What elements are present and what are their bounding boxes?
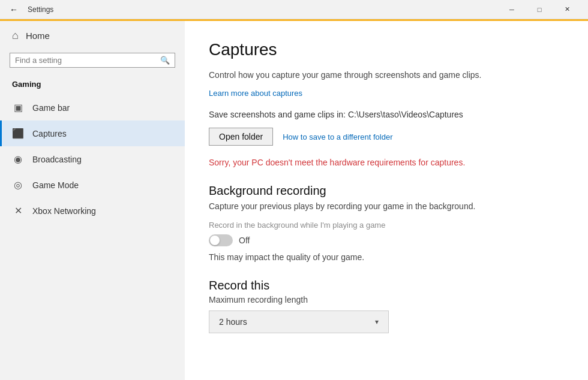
- save-path-text: Save screenshots and game clips in: C:\U…: [209, 110, 564, 119]
- save-different-link[interactable]: How to save to a different folder: [283, 132, 392, 141]
- search-box[interactable]: 🔍: [10, 53, 175, 68]
- close-button[interactable]: ✕: [553, 0, 581, 19]
- toggle-state-label: Off: [239, 236, 250, 245]
- toggle-row: Off: [209, 234, 564, 246]
- titlebar-title: Settings: [28, 5, 498, 14]
- dropdown-value: 2 hours: [219, 317, 247, 327]
- captures-icon: ⬛: [12, 128, 24, 139]
- toggle-knob: [210, 236, 220, 245]
- xbox-networking-icon: ✕: [12, 205, 24, 216]
- sidebar-item-label-xbox-networking: Xbox Networking: [32, 206, 96, 216]
- minimize-button[interactable]: ─: [498, 0, 526, 19]
- sidebar-item-game-mode[interactable]: ◎ Game Mode: [0, 172, 185, 198]
- search-input[interactable]: [15, 56, 160, 65]
- impact-note: This may impact the quality of your game…: [209, 252, 564, 262]
- max-length-label: Maximum recording length: [209, 295, 564, 304]
- app-container: ⌂ Home 🔍 Gaming ▣ Game bar ⬛ Captures ◉ …: [0, 21, 588, 380]
- game-bar-icon: ▣: [12, 102, 24, 113]
- open-folder-button[interactable]: Open folder: [209, 128, 273, 146]
- sidebar-item-label-captures: Captures: [32, 129, 67, 138]
- sidebar-item-label-game-mode: Game Mode: [32, 180, 79, 190]
- sidebar-item-broadcasting[interactable]: ◉ Broadcasting: [0, 146, 185, 172]
- home-icon: ⌂: [12, 29, 19, 42]
- sidebar-item-label-game-bar: Game bar: [32, 103, 70, 113]
- window-controls: ─ □ ✕: [498, 0, 581, 19]
- titlebar: ← Settings ─ □ ✕: [0, 0, 588, 19]
- top-accent-bar: [0, 19, 588, 21]
- search-icon: 🔍: [160, 56, 170, 65]
- error-message: Sorry, your PC doesn't meet the hardware…: [209, 158, 564, 167]
- record-bg-label: Record in the background while I'm playi…: [209, 221, 564, 230]
- sidebar: ⌂ Home 🔍 Gaming ▣ Game bar ⬛ Captures ◉ …: [0, 21, 185, 380]
- background-recording-title: Background recording: [209, 184, 564, 198]
- broadcasting-icon: ◉: [12, 153, 24, 165]
- back-button[interactable]: ←: [7, 4, 20, 16]
- sidebar-item-captures[interactable]: ⬛ Captures: [0, 120, 185, 146]
- sidebar-section-gaming: Gaming: [0, 75, 185, 95]
- learn-more-link[interactable]: Learn more about captures: [209, 89, 302, 98]
- background-record-toggle[interactable]: [209, 234, 233, 246]
- page-title: Captures: [209, 40, 564, 59]
- sidebar-item-game-bar[interactable]: ▣ Game bar: [0, 95, 185, 120]
- record-this-title: Record this: [209, 279, 564, 292]
- sidebar-item-home[interactable]: ⌂ Home: [0, 21, 185, 50]
- background-recording-desc: Capture your previous plays by recording…: [209, 201, 545, 211]
- sidebar-item-label-broadcasting: Broadcasting: [32, 155, 82, 164]
- page-description: Control how you capture your game throug…: [209, 69, 564, 82]
- chevron-down-icon: ▾: [375, 318, 379, 326]
- recording-length-dropdown[interactable]: 2 hours ▾: [209, 310, 389, 333]
- main-content: Captures Control how you capture your ga…: [185, 21, 588, 380]
- folder-actions: Open folder How to save to a different f…: [209, 128, 564, 146]
- maximize-button[interactable]: □: [526, 0, 553, 19]
- sidebar-item-xbox-networking[interactable]: ✕ Xbox Networking: [0, 198, 185, 224]
- sidebar-home-label: Home: [26, 31, 50, 41]
- game-mode-icon: ◎: [12, 179, 24, 191]
